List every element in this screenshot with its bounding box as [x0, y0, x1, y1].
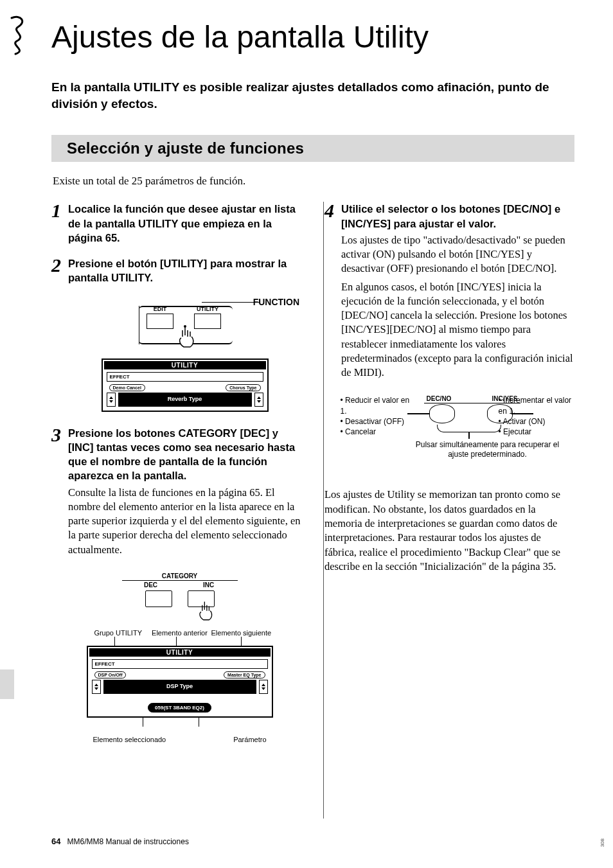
annot-next-element: Elemento siguiente: [211, 629, 271, 637]
dec-no-effects: Reducir el valor en 1. Desactivar (OFF) …: [341, 395, 411, 437]
page-side-tab: [0, 669, 14, 699]
right-column: 4 Utilice el selector o los botones [DEC…: [324, 202, 574, 757]
annot-group-utility: Grupo UTILITY: [88, 629, 148, 637]
figure-function-buttons: FUNCTION EDIT UTILITY: [68, 297, 301, 412]
figure-dec-inc-buttons: DEC/NO INC/YES Reducir el valor en 1. De…: [341, 395, 559, 466]
list-item: Ejecutar: [499, 427, 576, 437]
display-utility-1: UTILITY EFFECT Demo Cancel Chorus Type R…: [102, 359, 269, 412]
page: Ajustes de la pantalla Utility En la pan…: [0, 0, 613, 868]
step-2: 2 Presione el botón [UTILITY] para mostr…: [51, 256, 301, 285]
display2-bottom-annotations: Elemento seleccionado Parámetro: [87, 736, 273, 743]
list-item: Desactivar (OFF): [341, 416, 411, 427]
list-item: Cancelar: [341, 427, 411, 437]
chapter-ornament-icon: [8, 13, 33, 57]
function-label: FUNCTION: [253, 297, 299, 307]
display-group: EFFECT: [92, 659, 268, 669]
display-right-tag: Chorus Type: [226, 384, 260, 391]
doc-title: MM6/MM8 Manual de instrucciones: [67, 837, 188, 846]
display-left-tag: Demo Cancel: [109, 384, 145, 391]
page-number: 64: [51, 837, 60, 846]
left-column: 1 Localice la función que desee ajustar …: [51, 202, 301, 757]
step-3-head: Presione los botones CATEGORY [DEC] y [I…: [68, 426, 301, 483]
display-title: UTILITY: [89, 648, 271, 657]
display-center: Reverb Type: [118, 393, 252, 407]
list-item: Reducir el valor en 1.: [341, 395, 411, 416]
two-column-layout: 1 Localice la función que desee ajustar …: [51, 202, 574, 757]
step-4-text-2: En algunos casos, el botón [INC/YES] ini…: [341, 280, 574, 380]
dec-no-button: [429, 404, 455, 423]
step-4-head: Utilice el selector o los botones [DEC/N…: [341, 202, 574, 231]
section-heading-bar: Selección y ajuste de funciones: [51, 135, 574, 162]
display2-top-annotations: Grupo UTILITY Elemento anterior Elemento…: [87, 629, 273, 637]
intro-line: Existe un total de 25 parámetros de func…: [53, 175, 574, 188]
list-item: Incrementar el valor en 1.: [499, 395, 576, 416]
annot-prev-element: Elemento anterior: [149, 629, 209, 637]
side-print-code: 308: [600, 838, 605, 847]
closing-paragraph: Los ajustes de Utility se memorizan tan …: [324, 488, 574, 574]
display-title: UTILITY: [104, 361, 266, 369]
annot-selected-element: Elemento seleccionado: [93, 736, 166, 743]
lead-paragraph: En la pantalla UTILITY es posible realiz…: [51, 79, 574, 112]
dec-no-label: DEC/NO: [427, 395, 452, 402]
list-item: Activar (ON): [499, 416, 576, 427]
step-3: 3 Presione los botones CATEGORY [DEC] y …: [51, 426, 301, 561]
category-title: CATEGORY: [122, 572, 238, 581]
step-number: 2: [51, 256, 63, 274]
display-value: 059(ST 3BAND EQ2): [148, 703, 211, 713]
display-utility-2: UTILITY EFFECT DSP On/Off Master EQ Type…: [87, 646, 273, 718]
category-inc-label: INC: [180, 581, 238, 589]
figure-category-display: CATEGORY DEC INC Grupo UTILITY Elemento …: [58, 572, 301, 743]
annot-parameter: Parámetro: [233, 736, 266, 743]
display-group: EFFECT: [107, 372, 263, 382]
utility-button-label: UTILITY: [195, 306, 220, 312]
step-3-text: Consulte la lista de funciones en la pág…: [68, 486, 301, 557]
step-number: 4: [324, 202, 336, 219]
step-4: 4 Utilice el selector o los botones [DEC…: [324, 202, 574, 384]
inc-yes-effects: Incrementar el valor en 1. Activar (ON) …: [499, 395, 576, 437]
step-4-text-1: Los ajustes de tipo "activado/desactivad…: [341, 233, 574, 276]
page-footer: 64 MM6/MM8 Manual de instrucciones: [51, 837, 189, 846]
step-1-head: Localice la función que desee ajustar en…: [68, 202, 301, 245]
hand-press-icon: [197, 599, 216, 623]
display-center: DSP Type: [103, 680, 256, 694]
display-left-tag: DSP On/Off: [94, 671, 127, 678]
utility-button: UTILITY: [194, 314, 221, 329]
step-1: 1 Localice la función que desee ajustar …: [51, 202, 301, 245]
category-dec-label: DEC: [122, 581, 180, 589]
display-scroll-left-icon: [107, 393, 116, 407]
section-heading: Selección y ajuste de funciones: [67, 139, 304, 157]
svg-point-0: [184, 325, 186, 328]
step-2-head: Presione el botón [UTILITY] para mostrar…: [68, 256, 301, 285]
simultaneous-press-caption: Pulsar simultáneamente para recuperar el…: [410, 440, 565, 459]
edit-button: EDIT: [147, 314, 173, 329]
step-number: 3: [51, 426, 63, 443]
page-title: Ajustes de la pantalla Utility: [51, 19, 574, 55]
step-number: 1: [51, 202, 63, 219]
category-dec-button: [145, 590, 172, 607]
display-scroll-left-icon: [92, 680, 101, 694]
display-scroll-right-icon: [254, 393, 263, 407]
display-scroll-right-icon: [259, 680, 268, 694]
display-right-tag: Master EQ Type: [224, 671, 265, 678]
category-buttons: CATEGORY DEC INC: [122, 572, 238, 624]
edit-button-label: EDIT: [147, 306, 173, 312]
hand-press-icon: [176, 324, 198, 350]
